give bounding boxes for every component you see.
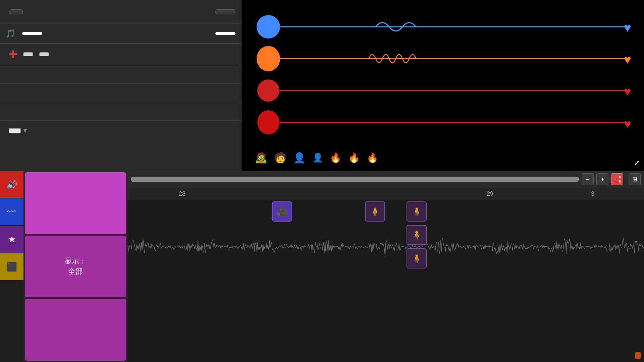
y-coord-box[interactable] <box>39 52 49 56</box>
audio-icon-btn[interactable]: 🔊 <box>0 171 23 198</box>
star-icon-btn[interactable]: ★ <box>0 226 23 253</box>
char-red1-icon: 🧍 <box>370 206 380 217</box>
measure-ruler: 28 29 3 <box>127 188 644 200</box>
camera-icon: 🎥 <box>276 206 288 217</box>
timeline-area: − + 🧲 ⊞ 28 29 3 🎥 🧍 <box>127 171 644 362</box>
right-preview-panel: ♥ ♥ ♥ ♥ <box>241 0 644 171</box>
keyframe-char-red2[interactable]: 🧍 <box>407 201 427 222</box>
wave-icon: 〰 <box>7 207 16 217</box>
position-row: ✛ <box>0 44 241 65</box>
preview-area: ♥ ♥ ♥ ♥ <box>241 0 644 171</box>
audio-icon: 🔊 <box>6 179 17 190</box>
main-container: 🎵 ✛ <box>0 0 644 362</box>
x-coord-box[interactable] <box>23 52 33 56</box>
easing-row: ▼ <box>0 121 241 141</box>
timeline-controls: − + 🧲 ⊞ <box>127 171 644 188</box>
sidebar-icons: 🔊 〰 ★ ⬛ <box>0 171 23 362</box>
top-bar <box>0 0 241 23</box>
waveform-area: // Generate waveform path // Build wavef… <box>127 227 644 362</box>
character-row: 🧟 🧑 👤 👤 🔥 🔥 🔥 <box>241 144 644 171</box>
keyframe-camera[interactable]: 🎥 <box>272 201 292 222</box>
svg-point-1 <box>257 15 280 39</box>
measure-icon: 🎵 <box>5 29 15 38</box>
zoom-out-button[interactable]: − <box>582 173 594 185</box>
expand-button[interactable]: ⤢ <box>633 158 641 168</box>
svg-text:♥: ♥ <box>624 117 631 131</box>
svg-text:♥: ♥ <box>624 21 631 35</box>
beat-value[interactable] <box>215 32 235 35</box>
magnet-button[interactable]: 🧲 <box>611 173 623 185</box>
watermark-text <box>635 352 641 359</box>
easing-dropdown[interactable] <box>9 128 21 133</box>
measure-value[interactable] <box>22 32 42 35</box>
grid-icon-btn[interactable]: ⬛ <box>0 253 23 280</box>
sidebar: 🔊 〰 ★ ⬛ 显示：全部 <box>0 171 127 362</box>
menu-button[interactable] <box>9 9 23 14</box>
svg-text:♥: ♥ <box>624 53 631 66</box>
display-label: 显示：全部 <box>64 257 87 276</box>
condition-button[interactable] <box>25 299 126 361</box>
animation-time-row <box>0 102 241 121</box>
timeline-scrollbar[interactable] <box>131 177 579 182</box>
action-button[interactable] <box>25 172 126 234</box>
star-icon: ★ <box>8 234 16 245</box>
ruler-mark-29: 29 <box>439 190 541 197</box>
wave-icon-btn[interactable]: 〰 <box>0 198 23 225</box>
char-red2-icon: 🧍 <box>411 206 422 217</box>
timeline-tracks: 🎥 🧍 🧍 🧍 🧍 <box>127 200 644 362</box>
timeline-waveform: // Generate waveform path // Build wavef… <box>127 227 644 362</box>
keyframe-char-red1[interactable]: 🧍 <box>365 201 385 222</box>
top-section: 🎵 ✛ <box>0 0 644 171</box>
scale-row <box>0 65 241 84</box>
svg-text:♥: ♥ <box>624 84 631 98</box>
crosshair-icon[interactable]: ✛ <box>9 49 17 60</box>
grid-settings-button[interactable]: ⊞ <box>629 173 641 185</box>
zoom-in-button[interactable]: + <box>596 173 608 185</box>
svg-point-4 <box>257 46 280 71</box>
watermark <box>635 353 641 359</box>
display-button[interactable]: 显示：全部 <box>25 236 126 298</box>
left-panel: 🎵 ✛ <box>0 0 241 171</box>
ruler-mark-28: 28 <box>131 190 233 197</box>
measure-row: 🎵 <box>0 23 241 44</box>
svg-point-10 <box>257 110 279 134</box>
delete-button[interactable] <box>215 9 235 14</box>
bottom-section: 🔊 〰 ★ ⬛ 显示：全部 <box>0 171 644 362</box>
sidebar-content: 显示：全部 <box>23 171 127 362</box>
svg-point-7 <box>257 79 279 102</box>
ruler-mark-30: 3 <box>541 190 644 197</box>
grid-icon: ⬛ <box>6 262 17 272</box>
angle-row <box>0 84 241 102</box>
